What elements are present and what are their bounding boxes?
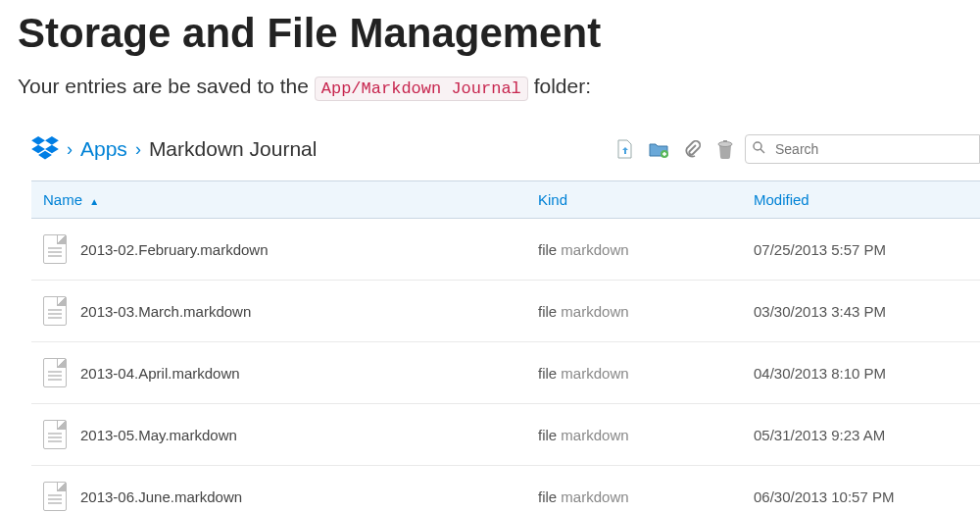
file-icon bbox=[43, 482, 67, 511]
breadcrumb-link-apps[interactable]: Apps bbox=[80, 137, 127, 161]
table-row[interactable]: 2013-05.May.markdownfile markdown05/31/2… bbox=[31, 404, 980, 466]
file-icon bbox=[43, 296, 67, 326]
intro-pre: Your entries are be saved to the bbox=[18, 75, 315, 97]
file-modified: 07/25/2013 5:57 PM bbox=[742, 219, 980, 281]
table-row[interactable]: 2013-02.February.markdownfile markdown07… bbox=[31, 219, 980, 281]
file-browser: › Apps › Markdown Journal bbox=[31, 128, 980, 513]
file-name: 2013-04.April.markdown bbox=[80, 365, 240, 382]
dropbox-icon[interactable] bbox=[31, 136, 59, 162]
top-row: › Apps › Markdown Journal bbox=[31, 128, 980, 171]
svg-line-4 bbox=[760, 149, 764, 153]
file-table: Name ▲ Kind Modified 2013-02.February.ma… bbox=[31, 180, 980, 513]
column-header-kind[interactable]: Kind bbox=[526, 181, 742, 219]
file-modified: 04/30/2013 8:10 PM bbox=[742, 342, 980, 404]
search-icon bbox=[753, 140, 765, 158]
chevron-right-icon: › bbox=[135, 139, 141, 160]
file-icon bbox=[43, 358, 67, 387]
column-header-modified[interactable]: Modified bbox=[742, 181, 980, 219]
file-kind-2: markdown bbox=[561, 241, 628, 258]
folder-path-code: App/Markdown Journal bbox=[315, 77, 528, 101]
breadcrumb-current: Markdown Journal bbox=[149, 137, 318, 161]
search-input[interactable] bbox=[745, 134, 980, 164]
file-kind-2: markdown bbox=[561, 303, 628, 320]
upload-file-icon[interactable] bbox=[615, 139, 635, 159]
file-modified: 03/30/2013 3:43 PM bbox=[742, 281, 980, 342]
file-kind-1: file bbox=[538, 488, 557, 505]
file-modified: 05/31/2013 9:23 AM bbox=[742, 404, 980, 466]
file-name: 2013-02.February.markdown bbox=[80, 241, 268, 258]
sort-asc-icon: ▲ bbox=[89, 196, 99, 207]
file-item[interactable]: 2013-02.February.markdown bbox=[43, 234, 514, 264]
file-kind-1: file bbox=[538, 427, 557, 443]
file-name: 2013-03.March.markdown bbox=[80, 303, 251, 320]
table-row[interactable]: 2013-06.June.markdownfile markdown06/30/… bbox=[31, 466, 980, 514]
file-icon bbox=[43, 234, 67, 264]
new-folder-icon[interactable] bbox=[649, 139, 668, 159]
file-item[interactable]: 2013-04.April.markdown bbox=[43, 358, 514, 387]
svg-point-3 bbox=[754, 142, 761, 150]
trash-icon[interactable] bbox=[715, 139, 735, 159]
file-item[interactable]: 2013-03.March.markdown bbox=[43, 296, 514, 326]
intro-text: Your entries are be saved to the App/Mar… bbox=[18, 75, 980, 98]
file-modified: 06/30/2013 10:57 PM bbox=[742, 466, 980, 514]
file-kind-2: markdown bbox=[561, 427, 628, 443]
file-name: 2013-05.May.markdown bbox=[80, 427, 237, 443]
table-row[interactable]: 2013-03.March.markdownfile markdown03/30… bbox=[31, 281, 980, 342]
file-item[interactable]: 2013-06.June.markdown bbox=[43, 482, 514, 511]
col-name-label: Name bbox=[43, 191, 82, 208]
file-kind-2: markdown bbox=[561, 488, 628, 505]
search-input-wrap bbox=[745, 134, 980, 164]
file-kind-1: file bbox=[538, 241, 557, 258]
file-kind-1: file bbox=[538, 365, 557, 382]
file-icon bbox=[43, 420, 67, 449]
svg-point-1 bbox=[718, 142, 732, 147]
svg-rect-2 bbox=[723, 140, 727, 142]
breadcrumb: › Apps › Markdown Journal bbox=[31, 136, 615, 162]
intro-post: folder: bbox=[534, 75, 591, 97]
page-title: Storage and File Management bbox=[18, 10, 980, 57]
chevron-right-icon: › bbox=[67, 139, 73, 160]
column-header-name[interactable]: Name ▲ bbox=[31, 181, 526, 219]
file-item[interactable]: 2013-05.May.markdown bbox=[43, 420, 514, 449]
attachment-icon[interactable] bbox=[682, 139, 702, 159]
file-kind-1: file bbox=[538, 303, 557, 320]
file-kind-2: markdown bbox=[561, 365, 628, 382]
table-row[interactable]: 2013-04.April.markdownfile markdown04/30… bbox=[31, 342, 980, 404]
toolbar bbox=[615, 139, 745, 159]
file-name: 2013-06.June.markdown bbox=[80, 488, 242, 505]
